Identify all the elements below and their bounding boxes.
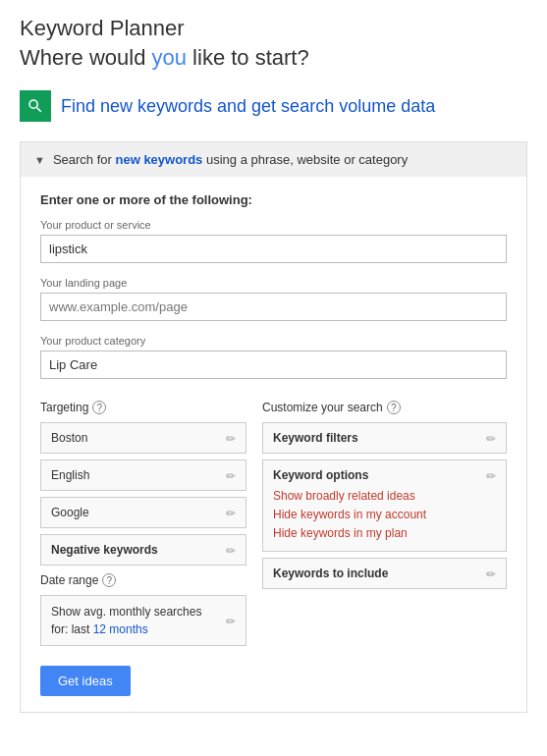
section-header-text: Search for new keywords using a phrase, … (53, 152, 408, 167)
page-subtitle: Where would you like to start? (20, 45, 527, 71)
keyword-filters-edit-icon (486, 430, 496, 446)
customize-help-icon[interactable]: ? (387, 401, 401, 414)
date-range-help-icon[interactable]: ? (102, 573, 116, 587)
get-ideas-button[interactable]: Get ideas (40, 666, 131, 696)
network-edit-icon (226, 505, 236, 520)
category-label: Your product category (40, 335, 507, 347)
header-prefix: Search for (53, 152, 116, 167)
keyword-filters-text: Keyword filters (273, 431, 358, 445)
subtitle-you: you (152, 45, 187, 70)
location-text: Boston (51, 431, 87, 445)
product-label: Your product or service (40, 219, 507, 231)
keyword-option3: Hide keywords in my plan (273, 524, 496, 543)
section-body: Enter one or more of the following: Your… (21, 177, 526, 712)
subtitle-mid: like to start? (187, 45, 309, 70)
date-range-box[interactable]: Show avg. monthly searches for: last 12 … (40, 595, 246, 646)
date-text1: Show avg. monthly searches (51, 605, 201, 619)
location-edit-icon (226, 430, 236, 446)
landing-input[interactable] (40, 293, 507, 321)
customize-col: Customize your search ? Keyword filters … (262, 401, 507, 646)
date-range-edit-icon (226, 613, 236, 628)
subtitle-start: Where would (20, 45, 152, 70)
two-col-section: Targeting ? Boston English Google (40, 401, 507, 646)
language-text: English (51, 468, 89, 482)
keywords-to-include-text: Keywords to include (273, 567, 388, 580)
section-header[interactable]: ▼ Search for new keywords using a phrase… (21, 142, 526, 177)
product-input[interactable] (40, 235, 507, 263)
network-text: Google (51, 506, 89, 519)
landing-label: Your landing page (40, 277, 507, 289)
targeting-help-icon[interactable]: ? (92, 401, 106, 414)
header-suffix: using a phrase, website or category (202, 152, 408, 167)
date-months: 12 months (93, 622, 148, 636)
find-keywords-button[interactable]: Find new keywords and get search volume … (20, 86, 435, 126)
form-main-label: Enter one or more of the following: (40, 192, 507, 207)
negative-keywords-text: Negative keywords (51, 543, 158, 557)
keywords-to-include-edit-icon (486, 566, 496, 581)
search-section-panel: ▼ Search for new keywords using a phrase… (20, 141, 527, 713)
page-title: Keyword Planner (20, 16, 527, 41)
search-icon (27, 97, 44, 115)
negative-keywords-row[interactable]: Negative keywords (40, 534, 246, 566)
date-text2: for: last (51, 622, 93, 636)
category-input[interactable] (40, 351, 507, 379)
language-edit-icon (226, 467, 236, 483)
keyword-filters-row[interactable]: Keyword filters (262, 422, 507, 454)
keyword-options-text: Keyword options (273, 468, 368, 482)
location-row[interactable]: Boston (40, 422, 246, 454)
search-icon-box (20, 90, 51, 122)
keyword-option1: Show broadly related ideas (273, 487, 496, 506)
targeting-label: Targeting ? (40, 401, 246, 414)
negative-keywords-edit-icon (226, 542, 236, 558)
keyword-options-edit-icon (486, 467, 496, 483)
date-range-label: Date range ? (40, 573, 246, 587)
language-row[interactable]: English (40, 459, 246, 491)
keyword-options-row[interactable]: Keyword options Show broadly related ide… (262, 459, 507, 552)
section-arrow: ▼ (34, 154, 45, 166)
customize-label: Customize your search ? (262, 401, 507, 414)
keyword-option2: Hide keywords in my account (273, 506, 496, 524)
network-row[interactable]: Google (40, 497, 246, 528)
date-range-text: Show avg. monthly searches for: last 12 … (51, 603, 201, 638)
keyword-options-top: Keyword options (273, 467, 496, 483)
header-new: new keywords (115, 152, 202, 167)
keywords-to-include-row[interactable]: Keywords to include (262, 558, 507, 589)
targeting-col: Targeting ? Boston English Google (40, 401, 246, 646)
find-keywords-label: Find new keywords and get search volume … (61, 96, 435, 117)
